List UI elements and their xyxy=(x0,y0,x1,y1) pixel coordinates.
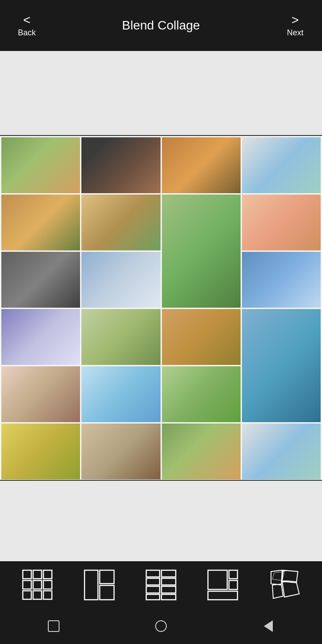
photo-21[interactable] xyxy=(162,424,241,479)
layout-option-4[interactable] xyxy=(205,567,241,603)
svg-rect-18 xyxy=(146,594,160,600)
photo-10[interactable] xyxy=(1,252,80,308)
back-label: Back xyxy=(18,28,36,38)
photo-17[interactable] xyxy=(81,366,160,422)
photo-2[interactable] xyxy=(81,137,160,193)
layout-grid-3x3-icon xyxy=(22,569,53,601)
svg-rect-7 xyxy=(33,591,42,599)
svg-rect-1 xyxy=(33,570,42,579)
svg-rect-0 xyxy=(23,570,31,579)
next-arrow-icon: > xyxy=(292,14,299,26)
svg-rect-6 xyxy=(23,591,31,599)
layout-option-3[interactable] xyxy=(143,567,179,603)
svg-rect-5 xyxy=(43,580,52,589)
back-arrow-icon: < xyxy=(23,14,30,26)
photo-22[interactable] xyxy=(242,424,321,479)
svg-rect-17 xyxy=(161,586,176,593)
layout-option-1[interactable] xyxy=(20,567,55,603)
svg-rect-22 xyxy=(229,580,237,589)
recents-icon xyxy=(48,620,59,632)
svg-rect-10 xyxy=(100,570,114,584)
android-nav-bar xyxy=(0,608,322,644)
svg-rect-14 xyxy=(146,578,160,585)
svg-rect-11 xyxy=(100,585,114,600)
svg-rect-15 xyxy=(161,578,176,585)
next-label: Next xyxy=(287,28,303,38)
page-title: Blend Collage xyxy=(122,18,200,33)
photo-20[interactable] xyxy=(81,424,160,479)
svg-rect-2 xyxy=(43,570,52,579)
layout-option-5[interactable] xyxy=(267,567,302,603)
photo-5[interactable] xyxy=(1,195,80,250)
svg-rect-16 xyxy=(146,586,160,593)
svg-rect-9 xyxy=(85,570,98,600)
layout-2x2-big-icon xyxy=(207,569,238,601)
photo-6[interactable] xyxy=(81,195,160,250)
svg-rect-12 xyxy=(146,570,160,577)
back-button[interactable]: < Back xyxy=(9,14,45,38)
photo-11[interactable] xyxy=(242,252,321,308)
bottom-area xyxy=(0,481,322,561)
svg-rect-20 xyxy=(208,570,227,589)
next-button[interactable]: > Next xyxy=(277,14,313,38)
photo-grid xyxy=(0,136,322,481)
photo-16[interactable] xyxy=(1,366,80,422)
photo-15[interactable] xyxy=(242,309,321,422)
svg-rect-23 xyxy=(208,591,237,600)
layout-bar xyxy=(0,561,322,608)
svg-rect-8 xyxy=(43,591,52,599)
svg-rect-19 xyxy=(161,594,176,600)
layout-irregular-icon xyxy=(269,569,300,601)
svg-rect-4 xyxy=(33,580,42,589)
photo-13[interactable] xyxy=(81,309,160,365)
photo-1[interactable] xyxy=(1,137,80,193)
photo-12[interactable] xyxy=(1,309,80,365)
back-nav-icon xyxy=(264,620,273,632)
svg-marker-26 xyxy=(272,584,283,598)
home-icon xyxy=(155,620,167,632)
svg-rect-3 xyxy=(23,580,31,589)
recents-button[interactable] xyxy=(45,617,63,635)
layout-2x4-icon xyxy=(145,569,177,601)
app-header: < Back Blend Collage > Next xyxy=(0,0,322,51)
photo-grid-container xyxy=(0,136,322,481)
svg-rect-13 xyxy=(161,570,176,577)
home-button[interactable] xyxy=(152,617,170,635)
photo-19[interactable] xyxy=(1,424,80,479)
photo-4[interactable] xyxy=(242,137,321,193)
layout-2col-mix-icon xyxy=(84,569,115,601)
preview-area xyxy=(0,51,322,136)
svg-marker-27 xyxy=(282,581,299,597)
back-nav-button[interactable] xyxy=(259,617,277,635)
photo-18[interactable] xyxy=(162,366,241,422)
photo-9[interactable] xyxy=(242,195,321,250)
layout-option-2[interactable] xyxy=(81,567,117,603)
photo-8[interactable] xyxy=(162,195,241,308)
photo-7[interactable] xyxy=(81,252,160,308)
photo-3[interactable] xyxy=(162,137,241,193)
photo-14[interactable] xyxy=(162,309,241,365)
svg-rect-21 xyxy=(229,570,237,579)
